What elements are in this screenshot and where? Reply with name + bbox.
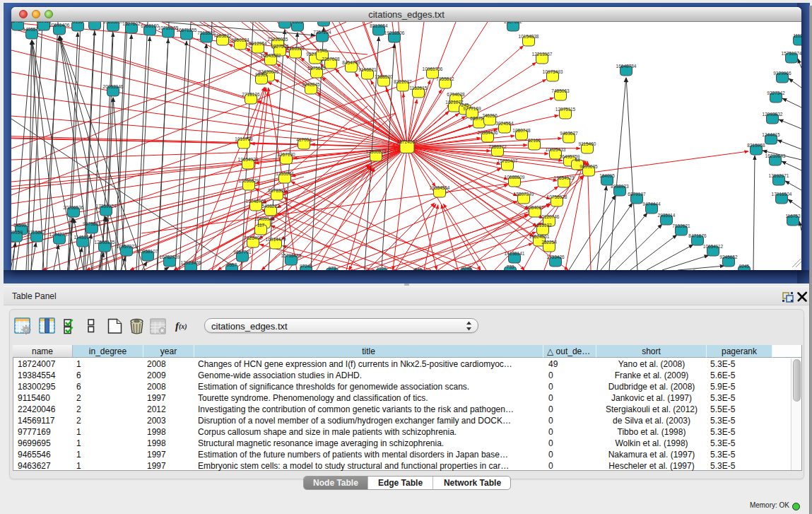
svg-text:62160: 62160 xyxy=(528,138,541,143)
svg-text:9136: 9136 xyxy=(73,22,83,24)
svg-text:1010738: 1010738 xyxy=(235,136,253,141)
svg-text:10973493: 10973493 xyxy=(543,69,563,74)
svg-text:19218506: 19218506 xyxy=(384,30,405,35)
svg-text:10654112: 10654112 xyxy=(703,244,724,249)
svg-text:16914479: 16914479 xyxy=(266,237,286,242)
svg-text:1145194: 1145194 xyxy=(74,235,92,240)
svg-text:16671355: 16671355 xyxy=(177,28,197,33)
svg-text:9227342: 9227342 xyxy=(767,90,785,95)
svg-text:97245: 97245 xyxy=(300,264,312,269)
svg-text:15720407: 15720407 xyxy=(498,158,518,163)
svg-text:7955812: 7955812 xyxy=(436,76,454,81)
svg-text:9146821: 9146821 xyxy=(358,67,377,72)
svg-text:7625402: 7625402 xyxy=(244,235,262,240)
svg-text:9115460: 9115460 xyxy=(579,141,596,146)
svg-text:8322037: 8322037 xyxy=(394,79,412,84)
svg-text:44: 44 xyxy=(575,158,580,163)
svg-text:11123: 11123 xyxy=(793,33,801,38)
svg-text:18724007: 18724007 xyxy=(397,139,418,144)
svg-text:15751074: 15751074 xyxy=(782,51,801,56)
svg-text:1733426: 1733426 xyxy=(546,255,565,259)
svg-text:3267130: 3267130 xyxy=(277,152,295,157)
svg-text:845: 845 xyxy=(415,267,423,270)
svg-text:884094: 884094 xyxy=(11,22,25,23)
svg-text:8215958: 8215958 xyxy=(747,143,765,148)
svg-text:10719155: 10719155 xyxy=(158,25,179,30)
svg-text:9777169: 9777169 xyxy=(463,106,481,111)
svg-text:1244415: 1244415 xyxy=(762,132,780,137)
svg-text:2718126: 2718126 xyxy=(242,92,260,97)
svg-text:1080748: 1080748 xyxy=(512,128,531,133)
svg-text:9242845: 9242845 xyxy=(302,82,320,87)
svg-text:20053346: 20053346 xyxy=(103,84,124,89)
svg-text:20206536: 20206536 xyxy=(64,205,84,210)
svg-text:23226055: 23226055 xyxy=(268,37,288,42)
svg-text:9657791: 9657791 xyxy=(233,250,252,255)
svg-text:8813054: 8813054 xyxy=(370,23,388,28)
svg-text:6966160: 6966160 xyxy=(141,23,159,28)
svg-text:9245652: 9245652 xyxy=(719,255,738,259)
svg-text:8454749: 8454749 xyxy=(342,60,360,65)
svg-text:20364436: 20364436 xyxy=(478,130,498,135)
svg-text:845901: 845901 xyxy=(13,223,29,228)
svg-text:5498222: 5498222 xyxy=(261,204,280,209)
svg-text:5875685: 5875685 xyxy=(307,66,326,71)
svg-text:10046766: 10046766 xyxy=(246,199,266,204)
svg-text:9699695: 9699695 xyxy=(579,164,598,169)
svg-text:12923468: 12923468 xyxy=(181,260,201,265)
svg-text:39159: 39159 xyxy=(11,230,23,235)
svg-text:(x): (x) xyxy=(179,322,187,331)
svg-text:17359924: 17359924 xyxy=(96,204,117,209)
svg-text:15300273: 15300273 xyxy=(366,149,387,154)
svg-text:19654923: 19654923 xyxy=(554,175,575,180)
svg-text:10025433: 10025433 xyxy=(546,147,566,152)
svg-text:2935114: 2935114 xyxy=(658,213,676,218)
svg-text:2367608: 2367608 xyxy=(322,57,340,62)
svg-text:12505135: 12505135 xyxy=(95,240,115,245)
svg-text:17957223: 17957223 xyxy=(117,244,137,249)
svg-text:7632621: 7632621 xyxy=(672,223,690,228)
svg-text:98901: 98901 xyxy=(255,72,268,77)
svg-text:16409948: 16409948 xyxy=(254,216,275,221)
svg-text:7515526: 7515526 xyxy=(197,30,216,35)
svg-text:164095: 164095 xyxy=(599,173,615,178)
svg-text:12213967: 12213967 xyxy=(532,52,553,57)
svg-text:1162615: 1162615 xyxy=(410,86,428,90)
svg-text:9463627: 9463627 xyxy=(560,131,578,136)
svg-text:13692971: 13692971 xyxy=(769,173,789,178)
svg-text:9245: 9245 xyxy=(739,264,750,269)
svg-text:733: 733 xyxy=(507,264,514,269)
svg-text:2530: 2530 xyxy=(90,22,100,23)
svg-text:9474444: 9474444 xyxy=(642,201,661,206)
svg-text:10154838: 10154838 xyxy=(519,34,539,39)
svg-text:12093832: 12093832 xyxy=(763,112,783,117)
svg-text:9660124: 9660124 xyxy=(231,37,249,42)
svg-text:417004: 417004 xyxy=(296,137,312,142)
svg-text:9557: 9557 xyxy=(227,262,237,267)
svg-text:16543382: 16543382 xyxy=(261,53,281,58)
svg-text:14136141: 14136141 xyxy=(505,251,525,256)
svg-text:116753: 116753 xyxy=(785,214,801,218)
svg-text:10756928: 10756928 xyxy=(547,194,567,199)
svg-text:1527602: 1527602 xyxy=(122,22,141,26)
svg-text:10958107: 10958107 xyxy=(138,249,158,254)
svg-text:9245: 9245 xyxy=(461,266,472,270)
svg-text:10688609: 10688609 xyxy=(505,175,525,180)
svg-text:10853267: 10853267 xyxy=(103,22,124,24)
svg-text:1115682: 1115682 xyxy=(28,230,46,235)
svg-text:19654923: 19654923 xyxy=(238,157,259,162)
svg-text:12942737: 12942737 xyxy=(49,232,70,237)
svg-text:10120746: 10120746 xyxy=(539,214,560,219)
svg-text:1615132: 1615132 xyxy=(534,223,552,228)
svg-text:16782759: 16782759 xyxy=(160,255,180,259)
svg-text:6794028: 6794028 xyxy=(447,92,465,97)
svg-text:19524861: 19524861 xyxy=(529,234,550,239)
svg-text:252254: 252254 xyxy=(541,240,557,245)
svg-text:8186328: 8186328 xyxy=(286,46,305,51)
svg-text:8912954: 8912954 xyxy=(249,41,267,46)
svg-text:1546: 1546 xyxy=(317,48,328,53)
svg-text:1603: 1603 xyxy=(293,22,303,24)
svg-text:19384554: 19384554 xyxy=(430,185,450,190)
svg-text:7357224: 7357224 xyxy=(313,30,331,35)
svg-text:8938923: 8938923 xyxy=(611,184,629,189)
